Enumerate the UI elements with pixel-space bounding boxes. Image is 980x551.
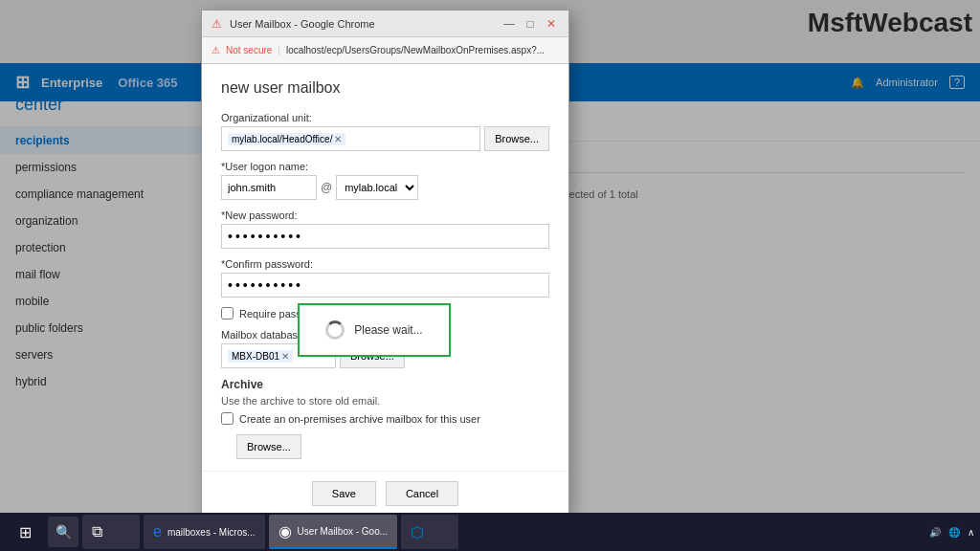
- domain-select[interactable]: mylab.local: [336, 175, 418, 200]
- modal-body: new user mailbox Organizational unit: my…: [202, 64, 568, 471]
- logon-input-group: @ mylab.local: [221, 175, 549, 200]
- modal-heading: new user mailbox: [221, 79, 549, 97]
- archive-checkbox-label: Create an on-premises archive mailbox fo…: [239, 413, 480, 425]
- taskbar: ⊞ 🔍 ⧉ e mailboxes - Micros... ◉ User Mai…: [0, 513, 980, 551]
- taskbar-browser-bg-label: mailboxes - Micros...: [167, 527, 256, 538]
- modal-minimize-button[interactable]: —: [501, 16, 517, 32]
- archive-desc: Use the archive to store old email.: [221, 395, 549, 407]
- browser-active-icon: ◉: [278, 522, 292, 540]
- ou-label: Organizational unit:: [221, 112, 549, 123]
- taskbar-item-browser-bg[interactable]: e mailboxes - Micros...: [144, 515, 265, 549]
- mailbox-db-tag-text: MBX-DB01: [232, 351, 279, 362]
- modal-close-button[interactable]: ✕: [544, 16, 559, 32]
- address-policy-label: Address book policy:: [221, 469, 549, 471]
- password-label: *New password:: [221, 209, 549, 221]
- cancel-button[interactable]: Cancel: [386, 481, 458, 506]
- loading-spinner: [325, 320, 345, 340]
- ou-tag-remove[interactable]: ✕: [334, 134, 342, 144]
- ou-input-group: mylab.local/HeadOffice/ ✕ Browse...: [221, 126, 549, 151]
- windows-icon: ⊞: [19, 523, 32, 541]
- watermark: MsftWebcast: [808, 8, 972, 38]
- modal-not-secure-label: Not secure: [226, 45, 272, 55]
- taskbar-search-button[interactable]: 🔍: [48, 517, 78, 547]
- taskbar-item-taskview[interactable]: ⧉: [82, 515, 140, 549]
- form-group-archive: Archive Use the archive to store old ema…: [221, 378, 549, 459]
- taskbar-tray-volume[interactable]: 🔊: [929, 527, 941, 538]
- please-wait-text: Please wait...: [354, 323, 422, 337]
- confirm-password-input[interactable]: [221, 273, 549, 298]
- ou-tag: mylab.local/HeadOffice/ ✕: [228, 133, 345, 145]
- browser-bg-icon: e: [153, 523, 162, 540]
- modal-titlebar: ⚠ User Mailbox - Google Chrome — □ ✕: [202, 11, 568, 37]
- logon-input[interactable]: [221, 175, 317, 200]
- mailbox-db-tag: MBX-DB01 ✕: [228, 350, 293, 363]
- ou-tag-input[interactable]: mylab.local/HeadOffice/ ✕: [221, 126, 480, 151]
- modal-footer: Save Cancel: [202, 471, 568, 516]
- archive-browse-button[interactable]: Browse...: [236, 434, 301, 459]
- archive-title: Archive: [221, 378, 549, 391]
- extra-icon: ⬡: [411, 523, 424, 541]
- taskbar-right: 🔊 🌐 ∧: [929, 527, 974, 538]
- ou-tag-text: mylab.local/HeadOffice/: [232, 134, 332, 144]
- at-sign: @: [321, 181, 332, 194]
- archive-checkbox[interactable]: [221, 412, 234, 425]
- taskview-icon: ⧉: [92, 523, 102, 540]
- form-group-ou: Organizational unit: mylab.local/HeadOff…: [221, 112, 549, 151]
- logon-label: *User logon name:: [221, 161, 549, 172]
- taskbar-browser-active-label: User Mailbox - Goo...: [298, 526, 388, 537]
- taskbar-tray-network[interactable]: 🌐: [948, 527, 960, 538]
- modal-address-bar: ⚠ Not secure | localhost/ecp/UsersGroups…: [202, 37, 568, 64]
- confirm-label: *Confirm password:: [221, 258, 549, 270]
- mailbox-db-tag-remove[interactable]: ✕: [281, 351, 289, 362]
- form-group-logon: *User logon name: @ mylab.local: [221, 161, 549, 200]
- modal-url: localhost/ecp/UsersGroups/NewMailboxOnPr…: [286, 45, 545, 55]
- taskbar-item-extra[interactable]: ⬡: [401, 515, 458, 549]
- ou-browse-button[interactable]: Browse...: [484, 126, 549, 151]
- modal-warning-icon2: ⚠: [212, 45, 220, 55]
- taskbar-item-browser-active[interactable]: ◉ User Mailbox - Goo...: [269, 515, 397, 549]
- modal-title-text: User Mailbox - Google Chrome: [230, 18, 494, 30]
- form-group-address-policy: Address book policy: [No Policy]: [221, 469, 549, 471]
- password-input[interactable]: [221, 224, 549, 249]
- archive-checkbox-row: Create an on-premises archive mailbox fo…: [221, 412, 549, 425]
- search-icon: 🔍: [56, 524, 72, 540]
- taskbar-tray-expand[interactable]: ∧: [968, 527, 974, 538]
- modal-controls: — □ ✕: [501, 16, 559, 32]
- require-password-checkbox[interactable]: [221, 307, 234, 320]
- modal-warning-icon: ⚠: [212, 17, 222, 31]
- modal-maximize-button[interactable]: □: [523, 16, 538, 32]
- taskbar-start-button[interactable]: ⊞: [6, 515, 44, 549]
- form-group-confirm-password: *Confirm password:: [221, 258, 549, 298]
- modal-window: ⚠ User Mailbox - Google Chrome — □ ✕ ⚠ N…: [201, 10, 569, 517]
- save-button[interactable]: Save: [312, 481, 376, 506]
- form-group-password: *New password:: [221, 209, 549, 249]
- please-wait-overlay: Please wait...: [298, 303, 451, 357]
